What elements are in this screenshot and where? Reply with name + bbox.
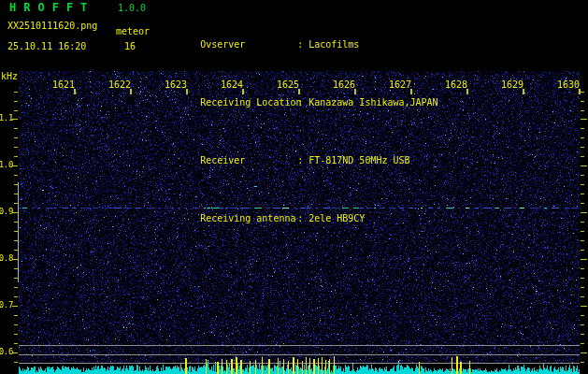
time-axis-label: 1624 [221,79,243,90]
freq-axis-label: 0.8 [0,253,13,263]
time-axis-label: 1627 [389,79,411,90]
freq-axis-unit: kHz [1,71,18,81]
freq-axis-label: 0.7 [0,300,13,309]
freq-axis-label: 1.0 [0,160,13,169]
freq-axis-label: 0.6 [0,347,13,356]
time-axis-label: 1623 [165,79,187,90]
freq-axis-label: 0.9 [0,207,13,216]
station-info: OvserverLacofilms Receiving LocationKana… [166,5,438,260]
info-row-observer: OvserverLacofilms [166,28,438,63]
receiver-label: Receiver [200,155,297,166]
info-row-receiver: ReceiverFT-817ND 50MHz USB [166,144,438,179]
receiver-value: FT-817ND 50MHz USB [297,155,409,165]
app-title: HROFFT [9,1,94,14]
datetime-label: 25.10.11 16:20 [7,41,86,51]
info-row-location: Receiving LocationKanazawa Ishikawa,JAPA… [166,86,438,121]
antenna-value: 2ele HB9CY [297,213,365,223]
observer-value: Lacofilms [297,39,359,50]
time-axis-label: 1626 [333,79,355,90]
antenna-label: Receiving antenna [200,213,297,224]
app-version: 1.0.0 [118,3,146,13]
time-axis-label: 1630 [557,79,580,90]
mode-label: meteor [116,26,150,36]
time-axis-label: 1629 [501,79,523,90]
meteor-count: 16 [124,41,136,51]
time-axis-label: 1625 [277,79,299,90]
location-value: Kanazawa Ishikawa,JAPAN [297,97,438,108]
freq-axis-label: 1.1 [0,113,13,122]
location-label: Receiving Location [200,97,297,108]
time-axis-label: 1622 [108,79,131,90]
time-axis-label: 1628 [445,79,467,90]
hrofft-screen: HROFFT 1.0.0 XX2510111620.png meteor 25.… [0,0,588,374]
output-filename: XX2510111620.png [7,21,97,31]
info-row-antenna: Receiving antenna2ele HB9CY [166,202,438,237]
observer-label: Ovserver [200,39,297,50]
time-axis-label: 1621 [52,79,75,90]
